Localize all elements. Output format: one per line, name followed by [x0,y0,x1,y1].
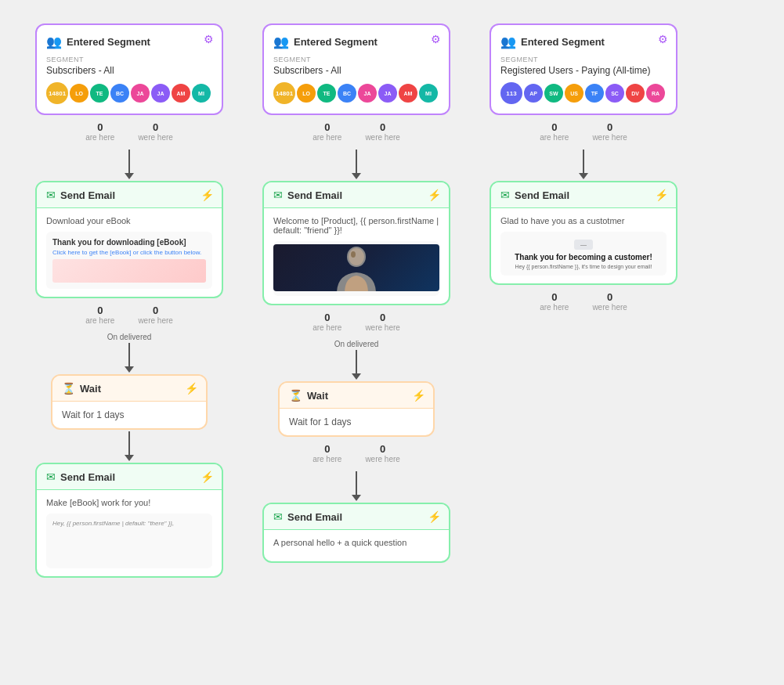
settings-icon-1[interactable]: ⚙ [204,33,214,45]
segment-title-1: Entered Segment [67,36,150,48]
wait-card-body-col2: Wait for 1 days [280,409,433,435]
lightning-icon-col2-2: ⚡ [428,510,441,523]
stat-label: were here [365,323,399,332]
wait-card-col2[interactable]: ⏳ Wait ⚡ Wait for 1 days [278,381,435,437]
arrow-label-col2: On delivered [334,340,379,348]
stat-are-here: 0 are here [85,305,114,325]
stats-row-wait-col2: 0 are here 0 were here [262,443,450,463]
avatar: BC [338,84,356,103]
segment-card-2[interactable]: 👥 Entered Segment ⚙ SEGMENT Subscribers … [262,23,450,115]
arrow-col3-1 [579,150,588,179]
wait-card-1[interactable]: ⏳ Wait ⚡ Wait for 1 days [51,374,208,430]
stat-number: 0 [324,443,330,455]
segment-icon-2: 👥 [273,34,289,49]
segment-card-1[interactable]: 👥 Entered Segment ⚙ SEGMENT Subscribers … [35,23,223,115]
arrow-line [583,150,584,173]
email-title-col3: Send Email [515,189,569,201]
stat-number: 0 [551,121,557,133]
email-subject-2: Make [eBook] work for you! [46,498,212,507]
image-inner [273,244,439,291]
stat-number: 0 [97,305,103,316]
stat-were-here: 0 were here [365,443,399,463]
wait-text: Wait for 1 days [62,409,197,420]
segment-card-header-2: 👥 Entered Segment [273,34,439,49]
workflow-columns: 👥 Entered Segment ⚙ SEGMENT Subscribers … [16,16,768,586]
arrow-head [352,173,361,179]
arrow-line [128,343,130,366]
wait-lightning-icon: ⚡ [185,382,198,395]
stat-number: 0 [607,121,612,133]
stats-row-seg3: 0 are here 0 were here [490,121,677,142]
stat-label: are here [85,316,114,325]
stat-label: are here [540,133,569,142]
settings-icon-2[interactable]: ⚙ [431,33,441,45]
stats-row-seg2: 0 are here 0 were here [262,121,450,142]
wait-title-col2: Wait [307,390,328,402]
email-preview-code: Hey, {{ person.firstName | default: "the… [46,514,212,568]
email-card-col2-1[interactable]: ✉ Send Email ⚡ Welcome to [Product], {{ … [262,181,450,305]
email-preview-ebook: Thank you for downloading [eBook] Click … [46,232,212,289]
email-card-body-2: Make [eBook] work for you! Hey, {{ perso… [37,490,222,576]
stat-were-here: 0 were here [592,291,627,312]
segment-card-header-3: 👥 Entered Segment [500,34,667,49]
arrow-head [125,366,134,373]
arrow-head [125,173,134,179]
stat-are-here: 0 are here [85,121,114,142]
arrow-col2-2 [352,471,361,501]
settings-icon-3[interactable]: ⚙ [658,33,668,45]
email-card-col3[interactable]: ✉ Send Email ⚡ Glad to have you as a cus… [490,181,677,285]
stats-row-email1: 0 are here 0 were here [35,305,223,325]
email-preview-person [273,241,439,296]
avatar: SW [544,84,563,103]
stat-number: 0 [324,121,330,133]
avatar: AM [172,84,190,103]
email-icon: ✉ [46,189,56,201]
segment-name-3: Registered Users - Paying (All-time) [500,65,667,76]
segment-card-3[interactable]: 👥 Entered Segment ⚙ SEGMENT Registered U… [490,23,677,115]
email-preview-image [273,244,439,291]
stat-label: are here [313,455,341,463]
avatar: LO [297,84,316,103]
lightning-icon-col2: ⚡ [428,189,441,201]
canvas: 👥 Entered Segment ⚙ SEGMENT Subscribers … [0,0,784,685]
email-card-1[interactable]: ✉ Send Email ⚡ Download your eBook Thank… [35,181,223,298]
wait-text-col2: Wait for 1 days [289,416,424,427]
email-subject: Download your eBook [46,216,212,225]
segment-name-1: Subscribers - All [46,65,212,76]
arrow [125,150,134,179]
email-code: Hey, {{ person.firstName | default: "the… [52,520,206,527]
segment-title-2: Entered Segment [294,36,378,48]
stat-label: are here [313,323,341,332]
avatar-count-1: 14801 [46,82,68,104]
stats-row-seg1: 0 are here 0 were here [35,121,223,142]
avatar: JA [151,84,170,103]
avatar: MI [419,84,438,103]
avatar: LO [70,84,89,103]
stat-label: were here [592,133,627,142]
stat-label: are here [540,303,569,312]
email-icon-col2-2: ✉ [273,510,283,523]
lightning-icon-2: ⚡ [201,470,214,483]
segment-name-2: Subscribers - All [273,65,439,76]
wait-card-header-1: ⏳ Wait ⚡ [52,376,206,402]
column-1: 👥 Entered Segment ⚙ SEGMENT Subscribers … [31,23,227,578]
arrow-head [352,495,361,501]
stat-number: 0 [153,305,158,316]
email-subject-col2-2: A personal hello + a quick question [273,538,439,547]
email-card-2[interactable]: ✉ Send Email ⚡ Make [eBook] work for you… [35,463,223,578]
segment-icon-3: 👥 [500,34,516,49]
email-card-header-col2: ✉ Send Email ⚡ [264,182,449,208]
stat-are-here: 0 are here [313,312,341,332]
avatar: TE [90,84,109,103]
arrow-2 [125,431,134,461]
arrow-labeled-1: On delivered [107,333,152,373]
stat-number: 0 [380,443,385,455]
avatar: AP [524,84,543,103]
stat-were-here: 0 were here [592,121,627,142]
wait-card-header-col2: ⏳ Wait ⚡ [280,383,433,409]
avatar: TE [317,84,336,103]
stat-are-here: 0 are here [313,443,341,463]
stat-number: 0 [153,121,158,133]
email-card-col2-2[interactable]: ✉ Send Email ⚡ A personal hello + a quic… [262,503,450,563]
arrow-line [128,150,130,173]
